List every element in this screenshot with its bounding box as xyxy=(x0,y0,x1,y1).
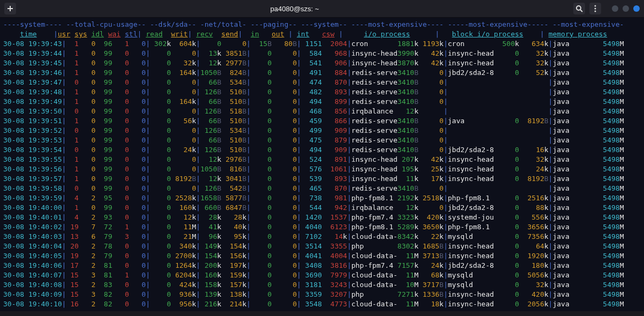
table-row: 30-08 19:39:52| 0 0 99 0 0| 0 0| 126B 53… xyxy=(3,126,641,136)
plus-icon xyxy=(7,5,13,12)
titlebar: pa4080@szs: ~ xyxy=(0,0,644,18)
table-row: 30-08 19:40:08| 15 2 83 0 0| 0 424k| 158… xyxy=(3,280,641,290)
svg-point-6 xyxy=(595,11,596,12)
svg-rect-1 xyxy=(8,8,13,9)
table-row: 30-08 19:39:43| 1 0 96 1 0| 302k 604k| 0… xyxy=(3,39,641,49)
svg-point-2 xyxy=(576,6,581,10)
table-row: 30-08 19:39:51| 1 0 99 0 0| 0 56k| 66B 5… xyxy=(3,116,641,126)
table-row: 30-08 19:40:09| 15 3 82 0 0| 0 936k| 139… xyxy=(3,290,641,299)
table-row: 30-08 19:40:07| 15 3 81 1 0| 0 6204k| 16… xyxy=(3,270,641,280)
table-row: 30-08 19:39:58| 0 0 99 0 0| 0 0| 126B 54… xyxy=(3,184,641,193)
kebab-icon xyxy=(594,5,596,12)
table-row: 30-08 19:40:02| 19 7 72 1 0| 0 11M| 41k … xyxy=(3,222,641,232)
table-row: 30-08 19:39:56| 1 0 99 0 0| 0 0|1050B 81… xyxy=(3,164,641,174)
window-title: pa4080@szs: ~ xyxy=(16,5,573,13)
search-icon xyxy=(575,5,583,12)
table-row: 30-08 19:39:47| 0 0 99 0 0| 0 0| 66B 534… xyxy=(3,78,641,87)
table-row: 30-08 19:39:50| 0 0 99 0 0| 0 0| 126B 51… xyxy=(3,107,641,116)
table-row: 30-08 19:39:59| 4 2 95 0 0| 0 2528k|1658… xyxy=(3,193,641,203)
close-button[interactable] xyxy=(633,5,640,12)
search-button[interactable] xyxy=(573,3,585,14)
table-row: 30-08 19:40:01| 4 2 93 0 0| 0 12k| 28k 2… xyxy=(3,213,641,222)
table-row: 30-08 19:39:49| 1 0 99 0 0| 0 164k| 66B … xyxy=(3,97,641,107)
maximize-button[interactable] xyxy=(623,5,629,12)
table-row: 30-08 19:40:06| 17 2 81 0 0| 0 1264k| 20… xyxy=(3,261,641,270)
table-row: 30-08 19:39:45| 1 0 99 0 0| 0 32k| 12k 2… xyxy=(3,58,641,68)
svg-line-3 xyxy=(580,10,582,12)
table-row: 30-08 19:40:04| 20 2 78 0 0| 0 340k| 149… xyxy=(3,242,641,251)
menu-button[interactable] xyxy=(589,3,601,14)
table-row: 30-08 19:39:48| 1 0 99 0 0| 0 0| 126B 51… xyxy=(3,87,641,97)
new-tab-button[interactable] xyxy=(4,3,16,14)
table-row: 30-08 19:40:03| 13 6 79 3 0| 0 21M| 96k … xyxy=(3,232,641,242)
svg-point-4 xyxy=(595,5,596,7)
table-row: 30-08 19:40:05| 19 2 79 0 0| 0 2700k| 15… xyxy=(3,251,641,261)
terminal-output[interactable]: ----system---- --total-cpu-usage-- --dsk… xyxy=(0,18,644,311)
table-row: 30-08 19:39:44| 1 0 99 0 0| 0 0| 13k 385… xyxy=(3,49,641,58)
table-row: 30-08 19:39:46| 1 0 99 0 0| 0 164k|1050B… xyxy=(3,68,641,78)
table-row: 30-08 19:39:55| 1 0 99 0 0| 0 0| 12k 297… xyxy=(3,155,641,164)
table-row: 30-08 19:40:00| 1 0 99 0 0| 0 160k| 660B… xyxy=(3,203,641,213)
minimize-button[interactable] xyxy=(612,5,618,12)
svg-point-5 xyxy=(595,8,596,10)
table-row: 30-08 19:39:54| 0 0 99 0 0| 0 24k| 126B … xyxy=(3,145,641,155)
table-row: 30-08 19:39:57| 1 0 99 0 0| 0 8192B| 12k… xyxy=(3,174,641,184)
table-row: 30-08 19:39:53| 1 0 99 0 0| 0 0| 66B 510… xyxy=(3,136,641,145)
table-row: 30-08 19:40:10| 16 2 82 0 0| 0 956k| 216… xyxy=(3,299,641,309)
